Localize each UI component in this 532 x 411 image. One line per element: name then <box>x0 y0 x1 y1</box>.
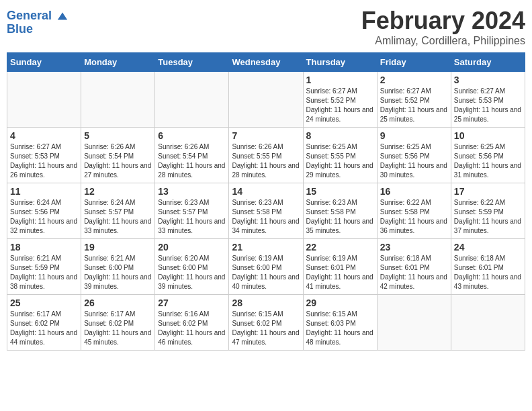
day-info: Sunrise: 6:22 AM Sunset: 5:59 PM Dayligh… <box>454 198 522 236</box>
day-info: Sunrise: 6:23 AM Sunset: 5:58 PM Dayligh… <box>306 198 374 236</box>
day-number: 8 <box>306 130 374 141</box>
day-number: 14 <box>232 186 300 197</box>
table-row: 21Sunrise: 6:19 AM Sunset: 6:00 PM Dayli… <box>229 239 303 295</box>
day-info: Sunrise: 6:25 AM Sunset: 5:56 PM Dayligh… <box>454 142 522 180</box>
day-info: Sunrise: 6:18 AM Sunset: 6:01 PM Dayligh… <box>380 254 448 291</box>
table-row: 19Sunrise: 6:21 AM Sunset: 6:00 PM Dayli… <box>81 239 155 295</box>
day-info: Sunrise: 6:19 AM Sunset: 6:00 PM Dayligh… <box>232 254 300 291</box>
col-friday: Friday <box>377 53 451 72</box>
day-info: Sunrise: 6:27 AM Sunset: 5:53 PM Dayligh… <box>10 142 78 180</box>
table-row: 28Sunrise: 6:15 AM Sunset: 6:02 PM Dayli… <box>229 295 303 351</box>
table-row: 12Sunrise: 6:24 AM Sunset: 5:57 PM Dayli… <box>81 183 155 239</box>
day-info: Sunrise: 6:27 AM Sunset: 5:52 PM Dayligh… <box>380 87 448 124</box>
table-row: 13Sunrise: 6:23 AM Sunset: 5:57 PM Dayli… <box>155 183 229 239</box>
calendar-week-5: 25Sunrise: 6:17 AM Sunset: 6:02 PM Dayli… <box>7 295 525 351</box>
day-info: Sunrise: 6:26 AM Sunset: 5:54 PM Dayligh… <box>158 142 226 180</box>
day-info: Sunrise: 6:18 AM Sunset: 6:01 PM Dayligh… <box>454 254 522 291</box>
calendar-week-3: 11Sunrise: 6:24 AM Sunset: 5:56 PM Dayli… <box>7 183 525 239</box>
table-row: 22Sunrise: 6:19 AM Sunset: 6:01 PM Dayli… <box>303 239 377 295</box>
table-row <box>229 72 303 128</box>
day-number: 29 <box>306 298 374 308</box>
table-row <box>155 72 229 128</box>
day-number: 9 <box>380 130 448 141</box>
table-row: 14Sunrise: 6:23 AM Sunset: 5:58 PM Dayli… <box>229 183 303 239</box>
table-row: 8Sunrise: 6:25 AM Sunset: 5:55 PM Daylig… <box>303 128 377 183</box>
col-thursday: Thursday <box>303 53 377 72</box>
day-number: 22 <box>306 242 374 253</box>
table-row: 16Sunrise: 6:22 AM Sunset: 5:58 PM Dayli… <box>377 183 451 239</box>
table-row: 6Sunrise: 6:26 AM Sunset: 5:54 PM Daylig… <box>155 128 229 183</box>
page-header: General Blue February 2024 Amlimay, Cord… <box>7 7 525 47</box>
table-row: 20Sunrise: 6:20 AM Sunset: 6:00 PM Dayli… <box>155 239 229 295</box>
table-row: 7Sunrise: 6:26 AM Sunset: 5:55 PM Daylig… <box>229 128 303 183</box>
day-info: Sunrise: 6:15 AM Sunset: 6:03 PM Dayligh… <box>306 310 374 347</box>
day-number: 23 <box>380 242 448 253</box>
table-row: 4Sunrise: 6:27 AM Sunset: 5:53 PM Daylig… <box>7 128 81 183</box>
day-number: 20 <box>158 242 226 253</box>
day-number: 27 <box>158 298 226 308</box>
day-info: Sunrise: 6:23 AM Sunset: 5:58 PM Dayligh… <box>232 198 300 236</box>
day-info: Sunrise: 6:25 AM Sunset: 5:56 PM Dayligh… <box>380 142 448 180</box>
table-row: 29Sunrise: 6:15 AM Sunset: 6:03 PM Dayli… <box>303 295 377 351</box>
day-number: 24 <box>454 242 522 253</box>
table-row: 9Sunrise: 6:25 AM Sunset: 5:56 PM Daylig… <box>377 128 451 183</box>
day-number: 17 <box>454 186 522 197</box>
day-info: Sunrise: 6:26 AM Sunset: 5:54 PM Dayligh… <box>84 142 152 180</box>
day-number: 10 <box>454 130 522 141</box>
day-number: 21 <box>232 242 300 253</box>
calendar-table: Sunday Monday Tuesday Wednesday Thursday… <box>7 52 525 351</box>
day-info: Sunrise: 6:25 AM Sunset: 5:55 PM Dayligh… <box>306 142 374 180</box>
day-number: 7 <box>232 130 300 141</box>
logo-blue: Blue <box>7 23 69 36</box>
calendar-title: February 2024 <box>361 7 525 35</box>
calendar-week-4: 18Sunrise: 6:21 AM Sunset: 5:59 PM Dayli… <box>7 239 525 295</box>
day-number: 2 <box>380 75 448 85</box>
day-number: 28 <box>232 298 300 308</box>
day-number: 18 <box>10 242 78 253</box>
day-number: 19 <box>84 242 152 253</box>
day-info: Sunrise: 6:23 AM Sunset: 5:57 PM Dayligh… <box>158 198 226 236</box>
col-saturday: Saturday <box>451 53 525 72</box>
day-info: Sunrise: 6:21 AM Sunset: 5:59 PM Dayligh… <box>10 254 78 291</box>
logo: General Blue <box>7 9 69 36</box>
col-tuesday: Tuesday <box>155 53 229 72</box>
logo-text: General <box>7 9 69 23</box>
day-number: 12 <box>84 186 152 197</box>
day-info: Sunrise: 6:15 AM Sunset: 6:02 PM Dayligh… <box>232 310 300 347</box>
day-info: Sunrise: 6:24 AM Sunset: 5:56 PM Dayligh… <box>10 198 78 236</box>
table-row: 23Sunrise: 6:18 AM Sunset: 6:01 PM Dayli… <box>377 239 451 295</box>
table-row: 17Sunrise: 6:22 AM Sunset: 5:59 PM Dayli… <box>451 183 525 239</box>
day-number: 4 <box>10 130 78 141</box>
day-info: Sunrise: 6:17 AM Sunset: 6:02 PM Dayligh… <box>10 310 78 347</box>
day-info: Sunrise: 6:16 AM Sunset: 6:02 PM Dayligh… <box>158 310 226 347</box>
table-row: 5Sunrise: 6:26 AM Sunset: 5:54 PM Daylig… <box>81 128 155 183</box>
table-row <box>81 72 155 128</box>
table-row: 1Sunrise: 6:27 AM Sunset: 5:52 PM Daylig… <box>303 72 377 128</box>
day-number: 5 <box>84 130 152 141</box>
table-row: 27Sunrise: 6:16 AM Sunset: 6:02 PM Dayli… <box>155 295 229 351</box>
day-number: 25 <box>10 298 78 308</box>
day-number: 26 <box>84 298 152 308</box>
day-info: Sunrise: 6:17 AM Sunset: 6:02 PM Dayligh… <box>84 310 152 347</box>
calendar-subtitle: Amlimay, Cordillera, Philippines <box>361 35 525 47</box>
day-info: Sunrise: 6:24 AM Sunset: 5:57 PM Dayligh… <box>84 198 152 236</box>
table-row: 11Sunrise: 6:24 AM Sunset: 5:56 PM Dayli… <box>7 183 81 239</box>
calendar-week-1: 1Sunrise: 6:27 AM Sunset: 5:52 PM Daylig… <box>7 72 525 128</box>
table-row <box>451 295 525 351</box>
table-row: 10Sunrise: 6:25 AM Sunset: 5:56 PM Dayli… <box>451 128 525 183</box>
day-number: 3 <box>454 75 522 85</box>
svg-marker-0 <box>58 13 67 20</box>
day-info: Sunrise: 6:22 AM Sunset: 5:58 PM Dayligh… <box>380 198 448 236</box>
table-row: 2Sunrise: 6:27 AM Sunset: 5:52 PM Daylig… <box>377 72 451 128</box>
title-area: February 2024 Amlimay, Cordillera, Phili… <box>361 7 525 47</box>
table-row: 26Sunrise: 6:17 AM Sunset: 6:02 PM Dayli… <box>81 295 155 351</box>
day-info: Sunrise: 6:27 AM Sunset: 5:52 PM Dayligh… <box>306 87 374 124</box>
table-row: 15Sunrise: 6:23 AM Sunset: 5:58 PM Dayli… <box>303 183 377 239</box>
table-row: 25Sunrise: 6:17 AM Sunset: 6:02 PM Dayli… <box>7 295 81 351</box>
day-number: 13 <box>158 186 226 197</box>
logo-general: General <box>7 9 52 22</box>
calendar-week-2: 4Sunrise: 6:27 AM Sunset: 5:53 PM Daylig… <box>7 128 525 183</box>
day-number: 16 <box>380 186 448 197</box>
table-row: 3Sunrise: 6:27 AM Sunset: 5:53 PM Daylig… <box>451 72 525 128</box>
col-wednesday: Wednesday <box>229 53 303 72</box>
